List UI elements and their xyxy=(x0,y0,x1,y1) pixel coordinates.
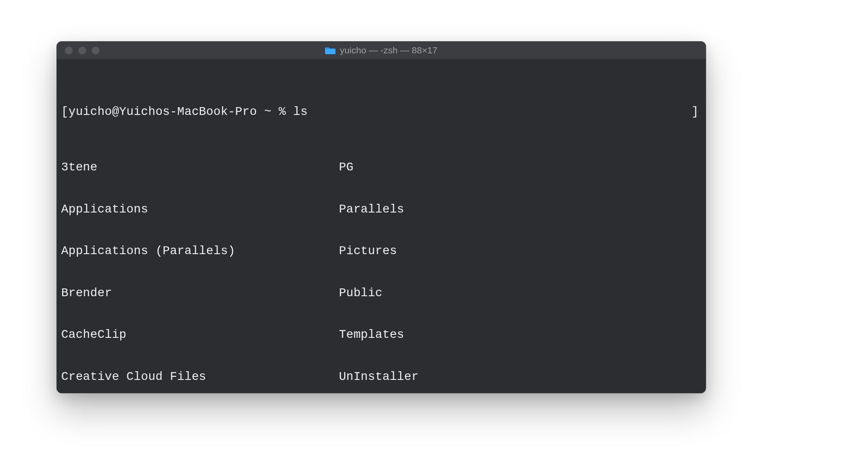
minimize-button[interactable] xyxy=(78,46,86,55)
window-title: yuicho — -zsh — 88×17 xyxy=(57,45,706,56)
window-title-text: yuicho — -zsh — 88×17 xyxy=(340,45,437,56)
ls-row: 3tenePG xyxy=(61,160,701,174)
ls-item: Templates xyxy=(339,328,404,342)
terminal-body[interactable]: [yuicho@Yuichos-MacBook-Pro ~ % ls] 3ten… xyxy=(57,59,706,393)
terminal-window: yuicho — -zsh — 88×17 [yuicho@Yuichos-Ma… xyxy=(56,41,706,393)
ls-item: CacheClip xyxy=(61,328,339,342)
ls-item: Creative Cloud Files xyxy=(61,370,339,384)
prompt-open-bracket: [ xyxy=(61,105,69,118)
folder-icon xyxy=(325,46,335,55)
ls-item: UnInstaller xyxy=(339,370,419,384)
ls-item: 3tene xyxy=(61,160,339,174)
ls-item: Pictures xyxy=(339,244,397,258)
ls-row: Creative Cloud FilesUnInstaller xyxy=(61,370,701,384)
command-ls: ls xyxy=(293,105,308,118)
prompt-text-1: yuicho@Yuichos-MacBook-Pro ~ % xyxy=(69,105,293,118)
ls-item: Applications xyxy=(61,203,339,216)
ls-row: ApplicationsParallels xyxy=(61,203,701,216)
prompt-line-1: [yuicho@Yuichos-MacBook-Pro ~ % ls] xyxy=(61,105,701,119)
ls-row: CacheClipTemplates xyxy=(61,328,701,342)
ls-item: Public xyxy=(339,286,382,300)
traffic-lights xyxy=(65,46,100,55)
ls-item: PG xyxy=(339,160,353,174)
ls-item: Brender xyxy=(61,286,339,300)
close-button[interactable] xyxy=(65,46,73,55)
ls-item: Applications (Parallels) xyxy=(61,244,339,258)
ls-row: BrenderPublic xyxy=(61,286,701,300)
ls-item: Parallels xyxy=(339,203,404,216)
ls-row: Applications (Parallels)Pictures xyxy=(61,244,701,258)
titlebar[interactable]: yuicho — -zsh — 88×17 xyxy=(57,42,706,59)
zoom-button[interactable] xyxy=(92,46,100,55)
prompt-close-bracket: ] xyxy=(691,105,699,119)
